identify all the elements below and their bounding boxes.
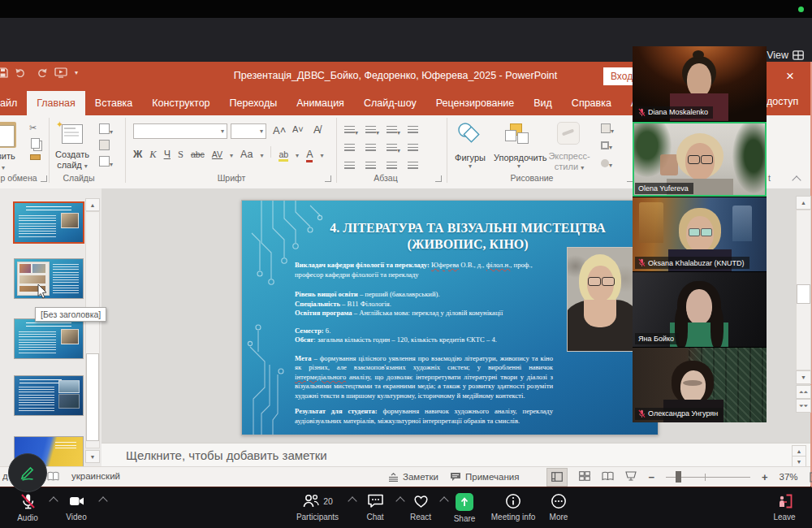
underline-button[interactable]: Ч [164, 149, 171, 160]
participant-video-active-speaker[interactable]: Olena Yufereva [633, 122, 767, 197]
arrange-button[interactable]: Упорядочить▾ [494, 153, 544, 170]
quick-styles-button[interactable]: Экспресс- стили ▾ [547, 151, 591, 173]
arrange-icon[interactable] [503, 122, 529, 146]
video-button[interactable]: Video [57, 493, 96, 522]
numbering-icon[interactable]: ▾ [365, 126, 387, 136]
slide-layout-icon[interactable]: ▾ [99, 123, 113, 136]
tab-file[interactable]: айл [0, 91, 27, 115]
text-direction-icon[interactable] [408, 126, 429, 136]
thumbnails-scrollbar-thumb[interactable] [86, 353, 99, 441]
notes-toggle-button[interactable]: Заметки [388, 472, 438, 482]
view-button[interactable]: View [767, 50, 804, 61]
section-icon[interactable]: ▾ [99, 156, 113, 168]
participant-video[interactable]: Яна Бойко [633, 272, 767, 347]
tab-slideshow[interactable]: Слайд-шоу [354, 91, 426, 115]
previous-slide-button[interactable]: ⏶⏶ [796, 385, 811, 399]
more-button[interactable]: More [541, 493, 577, 522]
bullets-icon[interactable]: ▾ [344, 126, 365, 136]
reset-slide-icon[interactable] [99, 140, 110, 152]
leave-button[interactable]: Leave [765, 493, 804, 522]
text-shadow-button[interactable]: S [178, 149, 184, 161]
strikethrough-button[interactable]: abc [191, 149, 205, 159]
share-button-fragment[interactable]: доступ [767, 96, 798, 107]
tab-insert[interactable]: Вставка [85, 91, 142, 115]
clipboard-dialog-launcher[interactable] [41, 175, 47, 182]
participants-button[interactable]: 20 Participants [286, 493, 349, 522]
font-name-combobox[interactable]: ▾ [133, 123, 227, 139]
zoom-slider[interactable] [666, 470, 750, 483]
notes-placeholder[interactable]: Щелкните, чтобы добавить заметки [126, 448, 327, 462]
zoom-in-button[interactable]: + [762, 471, 768, 483]
cut-icon[interactable]: ✂ [29, 123, 37, 133]
quick-styles-icon[interactable] [557, 122, 580, 145]
close-window-button[interactable]: × [770, 62, 810, 91]
align-right-icon[interactable] [387, 162, 408, 172]
paste-button-icon[interactable] [0, 122, 16, 148]
start-slideshow-icon[interactable] [54, 67, 67, 78]
thumbnail-slide-hovered[interactable] [14, 258, 84, 299]
thumbnails-scroll-down-button[interactable]: ▼ [85, 450, 100, 463]
undo-icon[interactable] [15, 68, 28, 77]
comments-toggle-button[interactable]: Примечания [450, 472, 519, 482]
case-dropdown-icon[interactable]: ▾ [260, 152, 263, 159]
share-button[interactable]: Share [447, 493, 482, 523]
shape-outline-icon[interactable]: ▾ [601, 141, 612, 151]
paste-dropdown-icon[interactable]: ▾ [2, 162, 5, 171]
normal-view-button[interactable] [546, 468, 568, 487]
italic-button[interactable]: К [149, 149, 156, 161]
spell-check-icon[interactable] [47, 471, 59, 482]
paste-button-label[interactable]: вить [0, 151, 15, 161]
video-options-chevron[interactable] [98, 496, 107, 505]
collapse-ribbon-icon[interactable] [792, 175, 801, 184]
canvas-scroll-up-button[interactable]: ▲ [796, 196, 811, 210]
annotate-tool-button[interactable] [8, 453, 47, 492]
justify-icon[interactable] [408, 162, 429, 172]
participant-video[interactable]: Олександра Унгурян [633, 348, 767, 422]
bold-button[interactable]: Ж [133, 149, 142, 160]
participant-video[interactable]: Oksana Khalabuzar (KNUTD) [633, 197, 767, 272]
font-size-combobox[interactable]: ▾ [231, 123, 266, 139]
decrease-indent-icon[interactable] [344, 144, 365, 154]
character-spacing-button[interactable]: AV [212, 149, 222, 159]
react-button[interactable]: React [403, 493, 438, 522]
language-indicator[interactable]: украинский [71, 471, 120, 481]
reading-view-button[interactable] [602, 471, 614, 483]
clear-formatting-icon[interactable]: A̸ [313, 123, 321, 136]
new-slide-button[interactable]: Создать слайд ▾ [49, 149, 96, 171]
tab-help[interactable]: Справка [562, 91, 621, 115]
tab-review[interactable]: Рецензирование [426, 91, 525, 115]
increase-font-icon[interactable]: A˄ [273, 124, 286, 136]
shapes-icon[interactable] [455, 122, 484, 146]
meeting-info-button[interactable]: Meeting info [487, 493, 539, 522]
tab-animations[interactable]: Анимация [287, 91, 354, 115]
thumbnail-slide[interactable] [14, 375, 84, 416]
shape-fill-icon[interactable]: ▾ [601, 123, 614, 135]
tab-design[interactable]: Конструктор [142, 91, 219, 115]
tab-home[interactable]: Главная [27, 91, 85, 115]
thumbnail-slide[interactable] [14, 318, 84, 359]
copy-icon[interactable] [31, 138, 40, 149]
slideshow-view-button[interactable] [625, 471, 637, 483]
line-spacing-icon[interactable]: ▾ [387, 126, 408, 136]
align-text-icon[interactable] [408, 144, 429, 154]
columns-icon[interactable]: ▾ [387, 144, 408, 154]
slide-sorter-view-button[interactable] [579, 471, 590, 483]
format-painter-icon[interactable] [30, 154, 41, 160]
save-icon[interactable] [0, 67, 8, 78]
canvas-scroll-down-button[interactable]: ▼ [796, 370, 811, 384]
shapes-button[interactable]: Фигуры▾ [448, 153, 492, 170]
align-center-icon[interactable] [365, 162, 387, 172]
decrease-font-icon[interactable]: A˅ [292, 124, 304, 134]
zoom-out-button[interactable]: − [648, 471, 654, 483]
align-left-icon[interactable] [344, 162, 365, 172]
thumbnails-scroll-up-button[interactable]: ▲ [85, 198, 100, 211]
increase-indent-icon[interactable] [365, 144, 387, 154]
zoom-slider-thumb[interactable] [676, 471, 681, 483]
zoom-level[interactable]: 37% [780, 472, 798, 482]
notes-scroll-down-button[interactable]: ▼ [792, 456, 806, 467]
tab-transitions[interactable]: Переходы [220, 91, 287, 115]
tab-view[interactable]: Вид [524, 91, 562, 115]
notes-scroll-up-button[interactable]: ▲ [792, 445, 806, 457]
redo-icon[interactable] [35, 68, 47, 77]
font-color-button[interactable]: А [306, 149, 313, 162]
